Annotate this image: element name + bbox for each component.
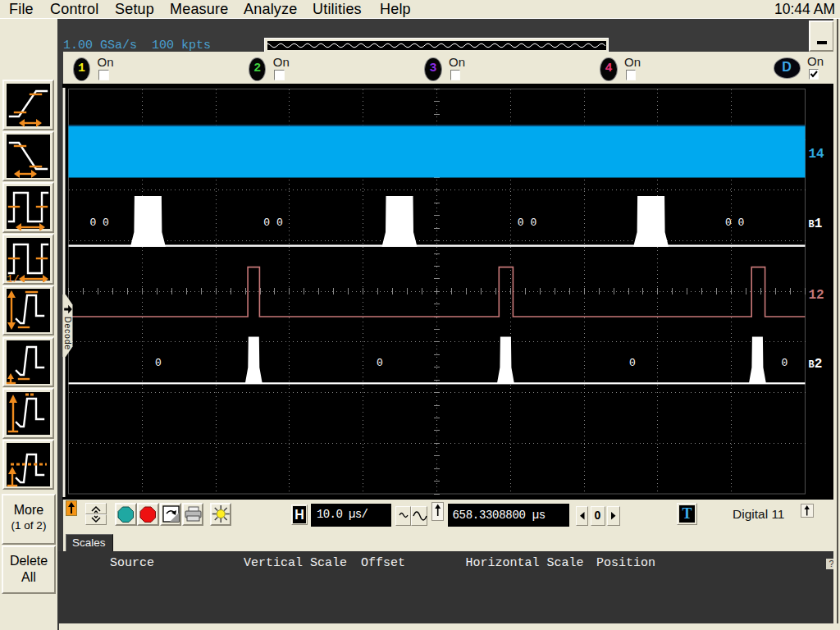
svg-text:0: 0	[782, 357, 788, 369]
svg-text:12: 12	[809, 288, 824, 303]
svg-text:1/: 1/	[7, 273, 20, 282]
svg-text:0: 0	[155, 357, 162, 369]
svg-text:0: 0	[629, 357, 636, 369]
svg-text:14: 14	[809, 147, 825, 162]
svg-text:0 0: 0 0	[518, 217, 536, 229]
svg-text:B1: B1	[809, 217, 823, 231]
svg-text:0 0: 0 0	[725, 217, 744, 229]
svg-text:0 0: 0 0	[263, 217, 282, 229]
svg-text:0: 0	[377, 357, 383, 369]
svg-text:0 0: 0 0	[89, 217, 108, 229]
svg-text:B2: B2	[809, 357, 823, 372]
svg-text:Decode: Decode	[63, 317, 73, 350]
